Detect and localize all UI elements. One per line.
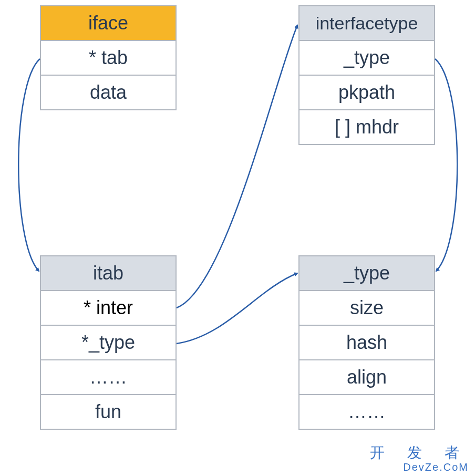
interfacetype-field-mhdr: [ ] mhdr [298,109,435,145]
watermark: 开 发 者 DevZe.CoM [370,445,469,473]
interfacetype-field-pkpath: pkpath [298,75,435,110]
iface-field-data: data [40,75,177,110]
itab-header: itab [40,255,177,291]
type-field-ellipsis: …… [298,394,435,430]
arrow-itab-inter-to-interfacetype [177,25,297,308]
interfacetype-header: interfacetype [298,5,435,41]
type-field-size: size [298,290,435,326]
itab-field-type: *_type [40,325,177,360]
iface-header: iface [40,5,177,41]
itab-field-fun: fun [40,394,177,430]
type-struct: _type size hash align …… [298,255,435,430]
type-field-align: align [298,359,435,395]
iface-field-tab: * tab [40,40,177,76]
arrow-interfacetype-to-type [435,59,457,271]
itab-struct: itab * inter *_type …… fun [40,255,177,430]
type-header: _type [298,255,435,291]
arrow-iface-to-itab [18,59,40,271]
interfacetype-struct: interfacetype _type pkpath [ ] mhdr [298,5,435,145]
watermark-line2: DevZe.CoM [370,461,469,473]
interfacetype-field-type: _type [298,40,435,76]
arrow-itab-type-to-type [177,273,297,344]
type-field-hash: hash [298,325,435,360]
iface-struct: iface * tab data [40,5,177,110]
itab-field-ellipsis: …… [40,359,177,395]
watermark-line1: 开 发 者 [370,445,469,461]
itab-field-inter: * inter [40,290,177,326]
